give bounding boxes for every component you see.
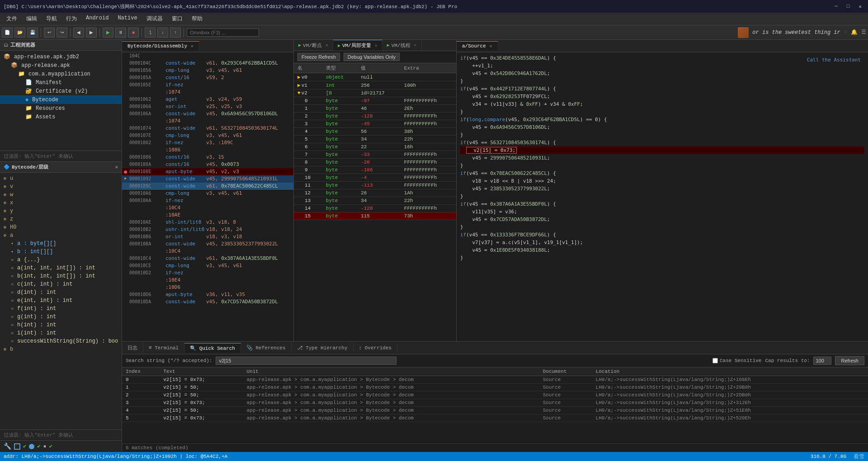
refresh-button[interactable]: Refresh xyxy=(835,356,864,365)
bytecode-line[interactable]: :10C4 xyxy=(122,204,293,212)
hierarchy-item[interactable]: ⊕v xyxy=(0,183,122,191)
bytecode-line[interactable]: ●0000108Eaput-bytev45, v2, v3 xyxy=(122,168,293,175)
vm-table-row[interactable]: 1 byte 46 2Eh xyxy=(294,105,456,113)
call-assistant-btn[interactable]: Call the Assistant xyxy=(807,56,861,64)
bytecode-line[interactable]: 000010DAconst-widev45, 0x7CD57ADA50B3872… xyxy=(122,298,293,306)
tree-item[interactable]: 📦app-release.apk xyxy=(0,61,122,70)
menu-item-导航[interactable]: 导航 xyxy=(42,13,61,24)
vm-table-row[interactable]: 12 byte 26 1Ah xyxy=(294,189,456,197)
bytecode-line[interactable]: :1086 xyxy=(122,146,293,154)
bytecode-line[interactable]: 000010C4const-widev61, 0x387A6A1A3E55BDF… xyxy=(122,255,293,262)
hierarchy-item[interactable]: ⊕u xyxy=(0,174,122,183)
toolbar-step-out[interactable]: ↑ xyxy=(170,28,181,38)
bytecode-line[interactable]: 0000107Ecmp-longv3, v45, v61 xyxy=(122,132,293,139)
menu-item-行为[interactable]: 行为 xyxy=(61,13,81,24)
toolbar-save[interactable]: 💾 xyxy=(27,28,38,38)
bytecode-line[interactable]: 00001062agetv3, v24, v59 xyxy=(122,96,293,103)
vm-tab-close[interactable]: ✕ xyxy=(375,43,377,48)
bytecode-line[interactable]: 0000106Aconst-widev45, 0x6A9456C957D8106… xyxy=(122,110,293,118)
vm-tab-VM/局部变量[interactable]: ▶VM/局部变量✕ xyxy=(333,40,382,51)
bytecode-line[interactable]: 00001074const-widev61, 56327108450363017… xyxy=(122,125,293,132)
bottom-tab-日志[interactable]: 日志 xyxy=(122,343,143,353)
icon-toolbar-5[interactable]: ✔ xyxy=(37,443,40,450)
vm-table-row[interactable]: 9 byte -106 FFFFFFFFFFh xyxy=(294,166,456,174)
bytecode-line[interactable]: 00001082if-nezv3, :109C xyxy=(122,139,293,146)
hierarchy-item[interactable]: ⊕y xyxy=(0,207,122,215)
tree-item[interactable]: 📁Assets xyxy=(0,113,122,121)
toolbar-debug-start[interactable]: ▶ xyxy=(103,28,113,38)
vm-table-row[interactable]: 10 byte -4 FFFFFFFFFFh xyxy=(294,174,456,182)
menu-item-帮助[interactable]: 帮助 xyxy=(187,13,207,24)
hierarchy-item[interactable]: ○b(int, int, int[]) : int xyxy=(0,272,122,280)
bytecode-line[interactable]: 000010CEcmp-longv3, v45, v61 xyxy=(122,262,293,269)
hierarchy-close-icon[interactable]: ✕ xyxy=(115,164,118,170)
cap-input[interactable] xyxy=(813,357,831,365)
vm-table-row[interactable]: 15 byte 115 73h xyxy=(294,212,456,220)
bottom-tab-Terminal[interactable]: ⌘ Terminal xyxy=(143,343,184,353)
tree-item[interactable]: 📦app-release.apk.jdb2 xyxy=(0,52,122,61)
toolbar-redo[interactable]: ↪ xyxy=(57,28,67,38)
icon-toolbar-2[interactable] xyxy=(14,443,20,450)
tab-bytecode-disassembly[interactable]: Bytecode/Disassembly ✕ xyxy=(122,41,199,51)
search-input[interactable] xyxy=(216,357,396,365)
bytecode-line[interactable]: 000010B2ushr-int/lit8v18, v18, 24 xyxy=(122,226,293,233)
bytecode-line[interactable]: 00001066xor-intv25, v25, v3 xyxy=(122,103,293,110)
vm-table-row[interactable]: 7 byte -33 FFFFFFFFFFh xyxy=(294,151,456,159)
bytecode-line[interactable]: 000010AAif-nez xyxy=(122,197,293,204)
vm-table-row[interactable]: 8 byte -20 FFFFFFFFFFh xyxy=(294,159,456,166)
icon-toolbar-4[interactable] xyxy=(29,444,34,449)
vm-table-row[interactable]: 14 byte -120 FFFFFFFFFFh xyxy=(294,205,456,212)
icon-toolbar-6[interactable]: ● xyxy=(43,443,46,450)
toolbar-fwd[interactable]: ▶ xyxy=(86,28,97,38)
hierarchy-tree[interactable]: ⊕u⊕v⊕w⊕x⊕y⊕z⊕H0⊕a▪a : byte[][]▪b : int[]… xyxy=(0,173,122,429)
icon-toolbar-7[interactable]: ✔ xyxy=(49,443,52,450)
bottom-tab-References[interactable]: 📎 References xyxy=(241,343,292,353)
toolbar-step-over[interactable]: ⤵ xyxy=(145,28,156,38)
hierarchy-item[interactable]: ▪b : int[][] xyxy=(0,248,122,256)
results-row[interactable]: 2 v2[15] = 50; app-release.apk > com.a.m… xyxy=(122,391,868,399)
tab-close-bytecode[interactable]: ✕ xyxy=(191,43,193,49)
close-button[interactable]: ✕ xyxy=(856,3,864,10)
omnibox-input[interactable] xyxy=(187,28,259,37)
icon-toolbar-1[interactable]: 🔧 xyxy=(4,442,11,450)
toolbar-debug-pause[interactable]: ⏸ xyxy=(115,28,126,38)
case-sensitive-checkbox[interactable] xyxy=(712,358,718,363)
bytecode-line[interactable]: 0000105Eif-nez xyxy=(122,81,293,89)
hierarchy-item[interactable]: ⊕z xyxy=(0,215,122,223)
vm-table-row[interactable]: 5 byte 34 22h xyxy=(294,136,456,143)
bytecode-line[interactable]: 000010A6cmp-longv3, v45, v61 xyxy=(122,190,293,197)
toolbar-step-in[interactable]: ↓ xyxy=(157,28,168,38)
bytecode-line[interactable]: 0000104Cconst-widev61, 0x293C64F62BBA1CD… xyxy=(122,60,293,67)
menu-item-窗口[interactable]: 窗口 xyxy=(167,13,187,24)
hierarchy-item[interactable]: ○c(int, int) : int xyxy=(0,280,122,288)
results-row[interactable]: 3 v2[15] = 0x73; app-release.apk > com.a… xyxy=(122,399,868,407)
vm-tab-VM/断点[interactable]: ▶VM/断点✕ xyxy=(294,40,333,51)
toolbar-new[interactable]: 📄 xyxy=(2,28,13,38)
menu-item-调试器[interactable]: 调试器 xyxy=(142,13,167,24)
toolbar-open[interactable]: 📂 xyxy=(14,28,25,38)
hierarchy-item[interactable]: ⊕b xyxy=(0,345,122,353)
toolbar-undo[interactable]: ↩ xyxy=(44,28,55,38)
vm-table-row[interactable]: 11 byte -113 FFFFFFFFFFh xyxy=(294,182,456,189)
bytecode-line[interactable]: 000010BAconst-widev45, 23853305237799302… xyxy=(122,240,293,248)
hierarchy-item[interactable]: ▪a : byte[][] xyxy=(0,240,122,248)
results-row[interactable]: 4 v2[15] = 50; app-release.apk > com.a.m… xyxy=(122,407,868,414)
debug-variables-btn[interactable]: Debug Variables Only xyxy=(344,53,400,61)
bytecode-line[interactable]: 0000109Cconst-widev61, 0x78EAC500622C485… xyxy=(122,183,293,190)
bytecode-line[interactable]: :10E4 xyxy=(122,277,293,284)
vm-table-row[interactable]: 13 byte 34 22h xyxy=(294,197,456,205)
hierarchy-item[interactable]: ⊕H0 xyxy=(0,223,122,231)
menu-item-Native[interactable]: Native xyxy=(113,13,142,24)
hierarchy-item[interactable]: ○successWithString(String) : boo xyxy=(0,337,122,345)
menu-item-编辑[interactable]: 编辑 xyxy=(22,13,42,24)
hierarchy-item[interactable]: ○a {...} xyxy=(0,256,122,264)
results-row[interactable]: 1 v2[15] = 50; app-release.apk > com.a.m… xyxy=(122,384,868,391)
results-row[interactable]: 0 v2[15] = 0x73; app-release.apk > com.a… xyxy=(122,376,868,384)
bytecode-line[interactable]: 000010B6or-intv18, v3, v18 xyxy=(122,233,293,240)
tree-item[interactable]: 📁Resources xyxy=(0,104,122,113)
tree-item[interactable]: 📄Manifest xyxy=(0,78,122,87)
bytecode-line[interactable]: 000010D2if-nez xyxy=(122,269,293,277)
tree-item[interactable]: 🔐Certificate (v2) xyxy=(0,87,122,95)
project-tree[interactable]: 📦app-release.apk.jdb2📦app-release.apk📁co… xyxy=(0,51,122,151)
bottom-tab-Overrides[interactable]: ↕ Overrides xyxy=(354,343,398,353)
